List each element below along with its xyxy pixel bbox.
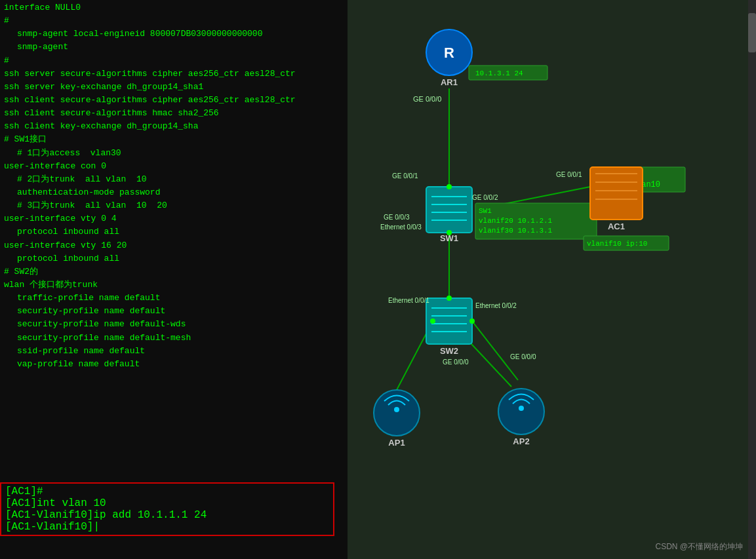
terminal-line-ac1-3: [AC1-Vlanif10]ip add 10.1.1.1 24 bbox=[5, 509, 329, 521]
code-line-6: ssh server secure-algorithms cipher aes2… bbox=[4, 67, 344, 81]
code-line-27: ssid-profile name default bbox=[4, 345, 344, 358]
scrollbar-thumb[interactable] bbox=[748, 13, 756, 52]
code-line-28: vap-profile name default bbox=[4, 358, 344, 371]
svg-text:GE 0/0/0: GE 0/0/0 bbox=[510, 353, 536, 360]
svg-point-55 bbox=[519, 406, 524, 411]
code-line-22: wlan 个接口都为trunk bbox=[4, 279, 344, 292]
svg-text:AP1: AP1 bbox=[388, 438, 405, 448]
svg-text:GE 0/0/0: GE 0/0/0 bbox=[443, 358, 469, 366]
code-line-16: # 3口为trunk all vlan 10 20 bbox=[4, 199, 344, 212]
code-line-18: protocol inbound all bbox=[4, 225, 344, 239]
terminal-panel: interface NULL0 # snmp-agent local-engin… bbox=[0, 0, 348, 559]
svg-text:SW2: SW2 bbox=[440, 346, 458, 356]
code-line-17: user-interface vty 0 4 bbox=[4, 212, 344, 225]
svg-text:GE 0/0/1: GE 0/0/1 bbox=[556, 171, 582, 178]
terminal-line-ac1-4: [AC1-Vlanif10]| bbox=[5, 521, 329, 533]
code-line-8: ssh client secure-algorithms cipher aes2… bbox=[4, 94, 344, 107]
code-line-24: security-profile name default bbox=[4, 305, 344, 318]
svg-point-49 bbox=[447, 296, 452, 301]
code-line-23: traffic-profile name default bbox=[4, 292, 344, 305]
svg-point-50 bbox=[469, 318, 475, 324]
code-line-19: user-interface vty 16 20 bbox=[4, 239, 344, 252]
svg-point-57 bbox=[447, 184, 452, 189]
svg-point-59 bbox=[430, 318, 435, 324]
svg-text:Ethernet 0/0/2: Ethernet 0/0/2 bbox=[475, 302, 517, 309]
network-svg: R AR1 GE 0/0/0 10.1.3.1 24 SW1 GE 0/0/1 … bbox=[348, 0, 756, 559]
terminal-line-ac1-1: [AC1]# bbox=[5, 486, 329, 497]
svg-point-58 bbox=[447, 230, 452, 235]
code-line-11: # SW1接口 bbox=[4, 133, 344, 146]
code-line-21: # SW2的 bbox=[4, 265, 344, 279]
svg-text:SW1: SW1 bbox=[479, 207, 492, 215]
code-line-13: user-interface con 0 bbox=[4, 160, 344, 173]
svg-text:vlanif30  10.1.3.1: vlanif30 10.1.3.1 bbox=[479, 227, 553, 235]
code-line-25: security-profile name default-wds bbox=[4, 318, 344, 331]
svg-rect-12 bbox=[426, 187, 472, 233]
code-line-10: ssh client key-exchange dh_group14_sha bbox=[4, 120, 344, 133]
svg-rect-0 bbox=[348, 0, 756, 559]
code-line-5: # bbox=[4, 54, 344, 67]
code-line-1: interface NULL0 bbox=[4, 1, 344, 14]
svg-text:AC1: AC1 bbox=[608, 222, 625, 231]
terminal-line-ac1-2: [AC1]int vlan 10 bbox=[5, 497, 329, 509]
code-line-12: # 1口为access vlan30 bbox=[4, 147, 344, 160]
code-line-20: protocol inbound all bbox=[4, 252, 344, 265]
svg-text:R: R bbox=[444, 45, 454, 61]
code-line-26: security-profile name default-mesh bbox=[4, 332, 344, 345]
watermark: CSDN @不懂网络的坤坤 bbox=[655, 541, 743, 552]
scrollbar[interactable] bbox=[748, 0, 756, 559]
svg-text:GE 0/0/2: GE 0/0/2 bbox=[472, 194, 498, 201]
svg-text:AP2: AP2 bbox=[513, 436, 529, 446]
svg-point-52 bbox=[394, 407, 399, 412]
code-line-7: ssh server key-exchange dh_group14_sha1 bbox=[4, 81, 344, 94]
svg-text:Ethernet 0/0/3: Ethernet 0/0/3 bbox=[380, 223, 422, 231]
svg-text:10.1.3.1   24: 10.1.3.1 24 bbox=[475, 69, 523, 77]
network-diagram-panel: R AR1 GE 0/0/0 10.1.3.1 24 SW1 GE 0/0/1 … bbox=[348, 0, 756, 559]
svg-point-51 bbox=[374, 390, 420, 436]
svg-text:vlanif10 ip:10: vlanif10 ip:10 bbox=[587, 240, 647, 248]
code-line-9: ssh client secure-algorithms hmac sha2_2… bbox=[4, 107, 344, 120]
svg-point-54 bbox=[498, 389, 544, 434]
svg-text:GE 0/0/3: GE 0/0/3 bbox=[384, 214, 410, 221]
svg-text:Ethernet 0/0/1: Ethernet 0/0/1 bbox=[388, 297, 429, 304]
svg-text:GE 0/0/1: GE 0/0/1 bbox=[392, 172, 418, 180]
svg-rect-29 bbox=[590, 167, 643, 220]
code-line-2: # bbox=[4, 14, 344, 28]
code-line-4: snmp-agent bbox=[4, 41, 344, 54]
svg-text:AR1: AR1 bbox=[441, 77, 458, 87]
code-line-3: snmp-agent local-engineid 800007DB030000… bbox=[4, 28, 344, 41]
terminal-bottom: [AC1]# [AC1]int vlan 10 [AC1-Vlanif10]ip… bbox=[0, 482, 334, 536]
code-line-14: # 2口为trunk all vlan 10 bbox=[4, 173, 344, 186]
svg-text:vlanif20  10.1.2.1: vlanif20 10.1.2.1 bbox=[479, 217, 553, 225]
code-line-15: authentication-mode password bbox=[4, 186, 344, 199]
svg-text:GE 0/0/0: GE 0/0/0 bbox=[413, 95, 441, 103]
